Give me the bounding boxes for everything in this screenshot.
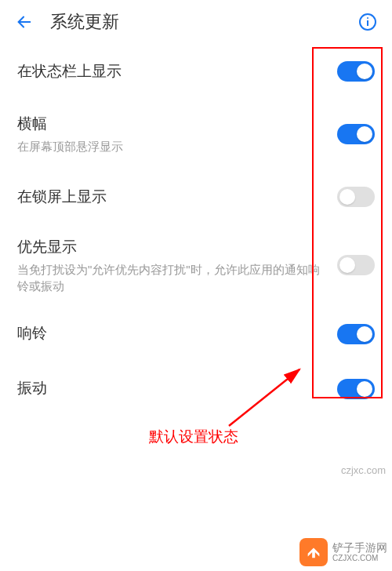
- settings-list: 在状态栏上显示 横幅 在屏幕顶部悬浮显示 在锁屏上显示 优先显示 当免打扰设为"…: [0, 44, 392, 416]
- corner-logo: 铲子手游网 CZJXC.COM: [295, 533, 392, 571]
- setting-desc: 在屏幕顶部悬浮显示: [17, 138, 325, 155]
- page-title: 系统更新: [50, 10, 356, 34]
- toggle-knob: [357, 126, 372, 142]
- setting-desc: 当免打扰设为"允许优先内容打扰"时，允许此应用的通知响铃或振动: [17, 261, 325, 294]
- setting-title: 优先显示: [17, 237, 325, 258]
- info-icon: [358, 13, 377, 31]
- setting-title: 在锁屏上显示: [17, 187, 325, 208]
- setting-title: 振动: [17, 378, 325, 399]
- setting-text: 横幅 在屏幕顶部悬浮显示: [17, 114, 325, 155]
- toggle-knob: [357, 326, 372, 342]
- setting-title: 响铃: [17, 323, 325, 344]
- setting-title: 横幅: [17, 114, 325, 135]
- setting-banner[interactable]: 横幅 在屏幕顶部悬浮显示: [0, 99, 392, 169]
- setting-lockscreen[interactable]: 在锁屏上显示: [0, 169, 392, 224]
- toggle-knob: [357, 381, 372, 397]
- svg-point-3: [367, 17, 368, 19]
- setting-text: 在状态栏上显示: [17, 61, 325, 82]
- setting-status-bar[interactable]: 在状态栏上显示: [0, 44, 392, 99]
- header: 系统更新: [0, 0, 392, 44]
- setting-text: 优先显示 当免打扰设为"允许优先内容打扰"时，允许此应用的通知响铃或振动: [17, 237, 325, 294]
- logo-line1: 铲子手游网: [332, 541, 387, 555]
- toggle-status-bar[interactable]: [337, 61, 375, 82]
- setting-vibrate[interactable]: 振动: [0, 362, 392, 416]
- watermark: czjxc.com: [341, 464, 386, 476]
- setting-text: 响铃: [17, 323, 325, 344]
- setting-text: 在锁屏上显示: [17, 187, 325, 208]
- toggle-lockscreen[interactable]: [337, 187, 375, 207]
- toggle-knob: [357, 64, 372, 79]
- toggle-banner[interactable]: [337, 124, 375, 144]
- setting-priority[interactable]: 优先显示 当免打扰设为"允许优先内容打扰"时，允许此应用的通知响铃或振动: [0, 224, 392, 307]
- setting-title: 在状态栏上显示: [17, 61, 325, 82]
- arrow-left-icon: [16, 13, 33, 31]
- logo-text: 铲子手游网 CZJXC.COM: [332, 541, 387, 564]
- back-button[interactable]: [13, 10, 36, 34]
- info-button[interactable]: [356, 10, 379, 34]
- annotation-label: 默认设置状态: [149, 427, 238, 447]
- logo-line2: CZJXC.COM: [332, 554, 387, 563]
- toggle-vibrate[interactable]: [337, 379, 375, 399]
- toggle-priority[interactable]: [337, 255, 375, 275]
- toggle-knob: [339, 189, 355, 205]
- setting-ring[interactable]: 响铃: [0, 307, 392, 362]
- setting-text: 振动: [17, 378, 325, 399]
- logo-badge-icon: [299, 538, 328, 566]
- toggle-ring[interactable]: [337, 324, 375, 344]
- toggle-knob: [339, 257, 355, 273]
